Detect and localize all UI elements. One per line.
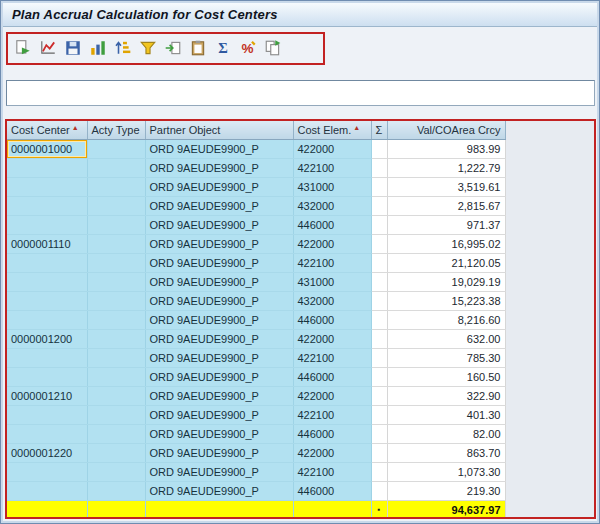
sum-indicator-cell[interactable]: [371, 481, 387, 500]
sum-indicator-cell[interactable]: [371, 329, 387, 348]
partner-object-cell[interactable]: ORD 9AEUDE9900_P: [145, 462, 293, 481]
partner-object-cell[interactable]: ORD 9AEUDE9900_P: [145, 329, 293, 348]
value-cell[interactable]: 1,073.30: [387, 462, 505, 481]
cost-elem-cell[interactable]: 422000: [293, 234, 371, 253]
column-layout-icon[interactable]: [88, 38, 108, 58]
partner-object-cell[interactable]: ORD 9AEUDE9900_P: [145, 481, 293, 500]
column-header-partner-object[interactable]: Partner Object: [145, 121, 293, 139]
acty-type-cell[interactable]: [87, 386, 145, 405]
value-cell[interactable]: 3,519.61: [387, 177, 505, 196]
value-cell[interactable]: 8,216.60: [387, 310, 505, 329]
cost-elem-cell[interactable]: 446000: [293, 481, 371, 500]
sum-indicator-cell[interactable]: [371, 348, 387, 367]
partner-object-cell[interactable]: ORD 9AEUDE9900_P: [145, 253, 293, 272]
value-cell[interactable]: 1,222.79: [387, 158, 505, 177]
value-cell[interactable]: 863.70: [387, 443, 505, 462]
cost-elem-cell[interactable]: 431000: [293, 177, 371, 196]
sum-indicator-cell[interactable]: [371, 215, 387, 234]
cost-center-cell[interactable]: 0000001220: [7, 443, 87, 462]
cost-center-cell[interactable]: [7, 158, 87, 177]
selection-input[interactable]: [6, 80, 595, 106]
chart-icon[interactable]: [38, 38, 58, 58]
cost-elem-cell[interactable]: 431000: [293, 272, 371, 291]
cost-center-cell[interactable]: [7, 481, 87, 500]
partner-object-cell[interactable]: ORD 9AEUDE9900_P: [145, 367, 293, 386]
sort-ascending-icon[interactable]: [113, 38, 133, 58]
value-cell[interactable]: 16,995.02: [387, 234, 505, 253]
clipboard-icon[interactable]: [188, 38, 208, 58]
sum-indicator-cell[interactable]: [371, 253, 387, 272]
acty-type-cell[interactable]: [87, 329, 145, 348]
cost-center-cell[interactable]: [7, 424, 87, 443]
cost-elem-cell[interactable]: 422000: [293, 139, 371, 158]
partner-object-cell[interactable]: ORD 9AEUDE9900_P: [145, 405, 293, 424]
cost-elem-cell[interactable]: 432000: [293, 196, 371, 215]
sum-indicator-cell[interactable]: [371, 310, 387, 329]
partner-object-cell[interactable]: ORD 9AEUDE9900_P: [145, 443, 293, 462]
sum-indicator-cell[interactable]: [371, 158, 387, 177]
cost-center-cell[interactable]: 0000001200: [7, 329, 87, 348]
copy-icon[interactable]: [263, 38, 283, 58]
cost-center-cell[interactable]: [7, 272, 87, 291]
sum-indicator-cell[interactable]: [371, 196, 387, 215]
cost-center-cell[interactable]: [7, 462, 87, 481]
value-cell[interactable]: 19,029.19: [387, 272, 505, 291]
cost-elem-cell[interactable]: 422100: [293, 158, 371, 177]
partner-object-cell[interactable]: ORD 9AEUDE9900_P: [145, 234, 293, 253]
partner-object-cell[interactable]: ORD 9AEUDE9900_P: [145, 158, 293, 177]
acty-type-cell[interactable]: [87, 481, 145, 500]
cost-center-cell[interactable]: [7, 253, 87, 272]
cost-elem-cell[interactable]: 422100: [293, 462, 371, 481]
cost-center-cell[interactable]: 0000001000: [7, 139, 87, 158]
acty-type-cell[interactable]: [87, 158, 145, 177]
partner-object-cell[interactable]: ORD 9AEUDE9900_P: [145, 272, 293, 291]
percent-icon[interactable]: %: [238, 38, 258, 58]
partner-object-cell[interactable]: ORD 9AEUDE9900_P: [145, 215, 293, 234]
sum-indicator-cell[interactable]: [371, 386, 387, 405]
cost-elem-cell[interactable]: 422100: [293, 405, 371, 424]
value-cell[interactable]: 971.37: [387, 215, 505, 234]
cost-elem-cell[interactable]: 422100: [293, 253, 371, 272]
sum-indicator-cell[interactable]: [371, 234, 387, 253]
cost-center-cell[interactable]: 0000001110: [7, 234, 87, 253]
cost-elem-cell[interactable]: 446000: [293, 310, 371, 329]
cost-center-cell[interactable]: [7, 367, 87, 386]
acty-type-cell[interactable]: [87, 139, 145, 158]
value-cell[interactable]: 82.00: [387, 424, 505, 443]
acty-type-cell[interactable]: [87, 348, 145, 367]
column-header-val-coarea-crcy[interactable]: Val/COArea Crcy: [387, 121, 505, 139]
sum-indicator-cell[interactable]: [371, 424, 387, 443]
acty-type-cell[interactable]: [87, 253, 145, 272]
value-cell[interactable]: 15,223.38: [387, 291, 505, 310]
sum-icon[interactable]: Σ: [213, 38, 233, 58]
sum-indicator-cell[interactable]: [371, 177, 387, 196]
filter-icon[interactable]: [138, 38, 158, 58]
column-header-[interactable]: Σ: [371, 121, 387, 139]
cost-center-cell[interactable]: [7, 196, 87, 215]
acty-type-cell[interactable]: [87, 272, 145, 291]
acty-type-cell[interactable]: [87, 405, 145, 424]
save-icon[interactable]: [63, 38, 83, 58]
value-cell[interactable]: 983.99: [387, 139, 505, 158]
cost-center-cell[interactable]: [7, 215, 87, 234]
partner-object-cell[interactable]: ORD 9AEUDE9900_P: [145, 386, 293, 405]
sum-indicator-cell[interactable]: [371, 291, 387, 310]
acty-type-cell[interactable]: [87, 462, 145, 481]
partner-object-cell[interactable]: ORD 9AEUDE9900_P: [145, 310, 293, 329]
value-cell[interactable]: 160.50: [387, 367, 505, 386]
cost-center-cell[interactable]: [7, 348, 87, 367]
sum-indicator-cell[interactable]: [371, 272, 387, 291]
sum-indicator-cell[interactable]: [371, 405, 387, 424]
cost-elem-cell[interactable]: 446000: [293, 424, 371, 443]
cost-center-cell[interactable]: 0000001210: [7, 386, 87, 405]
acty-type-cell[interactable]: [87, 367, 145, 386]
cost-center-cell[interactable]: [7, 405, 87, 424]
column-header-cost-center[interactable]: Cost Center▲: [7, 121, 87, 139]
cost-elem-cell[interactable]: 422100: [293, 348, 371, 367]
sum-indicator-cell[interactable]: [371, 462, 387, 481]
value-cell[interactable]: 632.00: [387, 329, 505, 348]
sum-indicator-cell[interactable]: [371, 367, 387, 386]
acty-type-cell[interactable]: [87, 424, 145, 443]
partner-object-cell[interactable]: ORD 9AEUDE9900_P: [145, 291, 293, 310]
export-icon[interactable]: [163, 38, 183, 58]
